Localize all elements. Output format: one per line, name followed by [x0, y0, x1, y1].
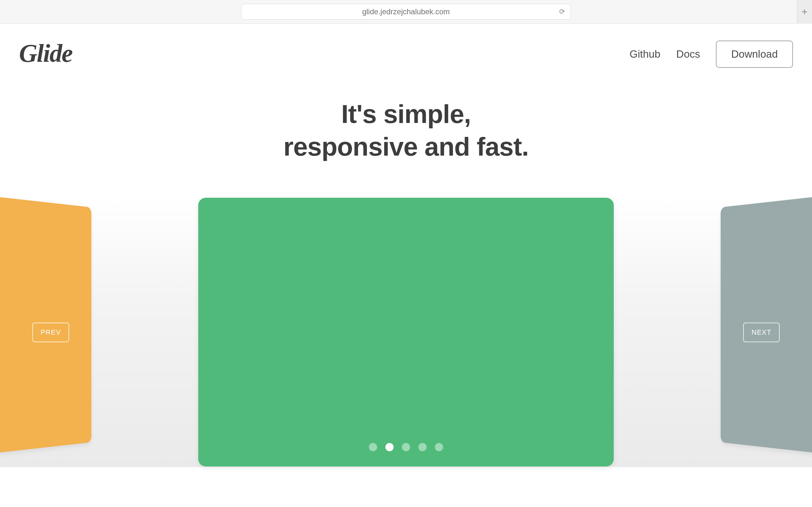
carousel: PREV NEXT	[0, 198, 812, 467]
new-tab-button[interactable]: +	[797, 0, 812, 24]
carousel-dot[interactable]	[418, 443, 426, 451]
carousel-dot[interactable]	[435, 443, 443, 451]
svg-text:Glide: Glide	[19, 39, 72, 67]
page-content: Glide Github Docs Download It's simple, …	[0, 24, 812, 507]
logo-icon: Glide	[19, 39, 83, 69]
carousel-next-button[interactable]: NEXT	[743, 323, 780, 342]
browser-toolbar: glide.jedrzejchalubek.com ⟳ +	[0, 0, 812, 24]
nav-link-docs[interactable]: Docs	[676, 48, 700, 60]
carousel-slide-active[interactable]	[198, 198, 614, 466]
hero-line-2: responsive and fast.	[284, 132, 529, 161]
hero-heading: It's simple, responsive and fast.	[0, 98, 812, 163]
url-text: glide.jedrzejchalubek.com	[362, 7, 450, 16]
carousel-dot[interactable]	[369, 443, 377, 451]
logo[interactable]: Glide	[19, 39, 83, 69]
carousel-dot[interactable]	[386, 443, 394, 451]
nav-link-github[interactable]: Github	[629, 48, 660, 60]
site-header: Glide Github Docs Download	[0, 24, 812, 69]
carousel-stage	[0, 198, 812, 467]
refresh-icon[interactable]: ⟳	[559, 8, 565, 16]
main-nav: Github Docs Download	[629, 41, 793, 68]
hero-line-1: It's simple,	[341, 100, 471, 128]
carousel-dots	[369, 443, 443, 451]
carousel-prev-button[interactable]: PREV	[32, 323, 69, 342]
hero: It's simple, responsive and fast.	[0, 98, 812, 163]
download-button[interactable]: Download	[716, 41, 793, 68]
carousel-dot[interactable]	[402, 443, 410, 451]
plus-icon: +	[802, 6, 808, 18]
url-bar[interactable]: glide.jedrzejchalubek.com ⟳	[241, 4, 571, 20]
